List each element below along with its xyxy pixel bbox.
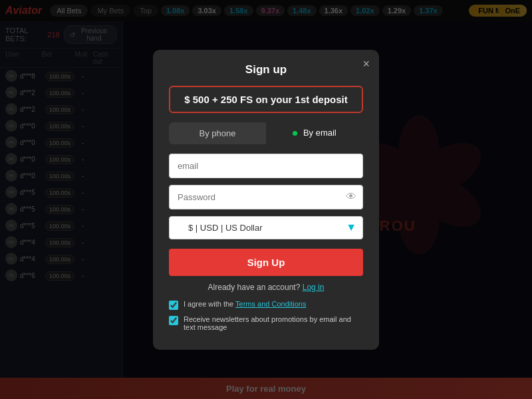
promo-banner: $ 500 + 250 FS on your 1st deposit [169, 86, 363, 113]
newsletter-label: Receive newsletters about promotions by … [184, 315, 363, 331]
modal-overlay[interactable]: Sign up × $ 500 + 250 FS on your 1st dep… [0, 0, 532, 399]
currency-wrap: $ $ | USD | US Dollar € | EUR | Euro £ |… [169, 216, 363, 239]
signup-button[interactable]: Sign Up [169, 249, 363, 276]
email-field[interactable] [169, 154, 363, 178]
terms-link[interactable]: Terms and Conditions [235, 300, 306, 308]
tab-phone-label: By phone [200, 128, 236, 138]
signup-modal: Sign up × $ 500 + 250 FS on your 1st dep… [153, 50, 379, 350]
already-account-row: Already have an account? Log in [169, 283, 363, 292]
password-wrap: 👁 [169, 185, 363, 209]
newsletter-checkbox[interactable] [169, 316, 178, 325]
terms-label: I agree with the Terms and Conditions [184, 300, 306, 308]
terms-checkbox[interactable] [169, 301, 178, 310]
close-button[interactable]: × [362, 58, 370, 70]
newsletter-checkbox-row: Receive newsletters about promotions by … [169, 315, 363, 331]
login-link[interactable]: Log in [303, 283, 325, 292]
tab-by-phone[interactable]: By phone [169, 122, 266, 144]
signup-tabs: By phone By email [169, 122, 363, 144]
password-field[interactable] [169, 185, 363, 209]
eye-icon[interactable]: 👁 [346, 191, 356, 203]
currency-select[interactable]: $ | USD | US Dollar € | EUR | Euro £ | G… [169, 216, 363, 239]
active-tab-indicator [293, 131, 297, 136]
tab-by-email[interactable]: By email [266, 122, 363, 144]
tab-email-label: By email [303, 128, 336, 138]
already-account-text: Already have an account? [208, 283, 301, 292]
modal-title: Sign up [169, 63, 363, 76]
terms-checkbox-row: I agree with the Terms and Conditions [169, 300, 363, 310]
